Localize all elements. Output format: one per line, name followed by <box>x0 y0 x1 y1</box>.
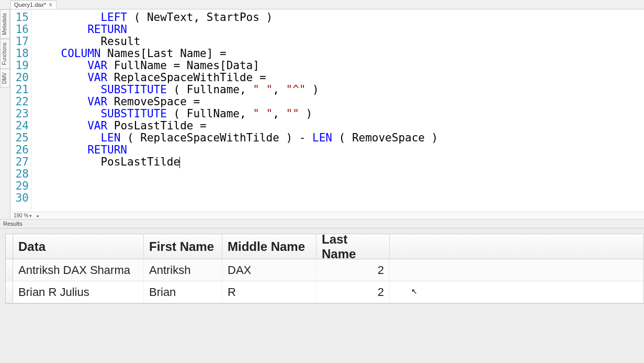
results-panel: Data First Name Middle Name Last Name An… <box>0 228 644 363</box>
line-number: 26 <box>10 144 29 156</box>
line-number: 15 <box>10 12 29 24</box>
line-number: 22 <box>10 96 29 108</box>
code-line[interactable]: RETURN <box>35 24 644 36</box>
file-tab[interactable]: Query1.dax* ✕ <box>10 1 57 9</box>
line-number: 30 <box>10 192 29 204</box>
grid-header-row: Data First Name Middle Name Last Name <box>6 234 643 259</box>
table-row[interactable]: Brian R JuliusBrianR2 <box>6 281 643 303</box>
results-panel-header[interactable]: Results <box>0 219 644 228</box>
line-number: 27 <box>10 156 29 168</box>
zoom-bar: 190 % ▾ ◂ <box>12 212 644 219</box>
row-handle-header <box>6 234 13 259</box>
line-number-gutter: 15161718192021222324252627282930 <box>10 9 31 219</box>
cell[interactable]: Antriksh <box>144 259 222 281</box>
code-line[interactable]: COLUMN Names[Last Name] = <box>35 48 644 60</box>
code-line[interactable]: Result <box>35 36 644 48</box>
code-line[interactable] <box>35 168 644 180</box>
code-line[interactable]: VAR RemoveSpace = <box>35 96 644 108</box>
results-grid[interactable]: Data First Name Middle Name Last Name An… <box>5 234 644 304</box>
cell[interactable]: R <box>222 281 317 303</box>
side-tab-functions[interactable]: Functions <box>0 39 10 69</box>
code-line[interactable]: SUBSTITUTE ( FullName, " ", "" ) <box>35 108 644 120</box>
cell[interactable]: Brian <box>144 281 222 303</box>
cell[interactable] <box>390 281 643 303</box>
cell[interactable]: Brian R Julius <box>13 281 144 303</box>
line-number: 21 <box>10 84 29 96</box>
code-line[interactable] <box>35 180 644 192</box>
tab-bar: Query1.dax* ✕ <box>0 0 644 9</box>
cell[interactable]: DAX <box>222 259 317 281</box>
code-content[interactable]: LEFT ( NewText, StartPos ) RETURN Result… <box>31 9 644 219</box>
code-editor[interactable]: Metadata Functions DMV 15161718192021222… <box>0 9 644 219</box>
results-label: Results <box>3 221 22 227</box>
side-tab-metadata[interactable]: Metadata <box>0 9 10 39</box>
line-number: 28 <box>10 168 29 180</box>
text-caret <box>179 157 180 168</box>
code-line[interactable]: SUBSTITUTE ( Fullname, " ", "^" ) <box>35 84 644 96</box>
col-header-first-name[interactable]: First Name <box>144 234 222 259</box>
col-header-data[interactable]: Data <box>13 234 144 259</box>
row-handle[interactable] <box>6 259 13 281</box>
code-line[interactable] <box>35 192 644 204</box>
line-number: 18 <box>10 48 29 60</box>
code-line[interactable]: RETURN <box>35 144 644 156</box>
code-line[interactable]: PosLastTilde <box>35 156 644 168</box>
row-handle[interactable] <box>6 281 13 303</box>
line-number: 23 <box>10 108 29 120</box>
code-line[interactable]: LEFT ( NewText, StartPos ) <box>35 12 644 24</box>
line-number: 25 <box>10 132 29 144</box>
side-tab-strip: Metadata Functions DMV <box>0 9 10 219</box>
line-number: 20 <box>10 72 29 84</box>
line-number: 16 <box>10 24 29 36</box>
scroll-left-icon[interactable]: ◂ <box>36 213 39 218</box>
col-header-last-name[interactable]: Last Name <box>317 234 390 259</box>
line-number: 17 <box>10 36 29 48</box>
col-header-middle-name[interactable]: Middle Name <box>222 234 317 259</box>
side-tab-dmv[interactable]: DMV <box>0 69 10 87</box>
cell[interactable] <box>390 259 643 281</box>
zoom-level[interactable]: 190 % <box>14 213 28 218</box>
code-line[interactable]: VAR PosLastTilde = <box>35 120 644 132</box>
table-row[interactable]: Antriksh DAX SharmaAntrikshDAX2 <box>6 259 643 281</box>
cell[interactable]: Antriksh DAX Sharma <box>13 259 144 281</box>
col-header-spacer <box>390 234 643 259</box>
line-number: 24 <box>10 120 29 132</box>
tab-title: Query1.dax* <box>14 2 46 8</box>
chevron-down-icon[interactable]: ▾ <box>29 213 32 218</box>
code-line[interactable]: VAR ReplaceSpaceWithTilde = <box>35 72 644 84</box>
code-line[interactable]: VAR FullName = Names[Data] <box>35 60 644 72</box>
cell[interactable]: 2 <box>317 259 390 281</box>
line-number: 29 <box>10 180 29 192</box>
line-number: 19 <box>10 60 29 72</box>
cell[interactable]: 2 <box>317 281 390 303</box>
close-icon[interactable]: ✕ <box>48 2 53 8</box>
code-line[interactable]: LEN ( ReplaceSpaceWithTilde ) - LEN ( Re… <box>35 132 644 144</box>
